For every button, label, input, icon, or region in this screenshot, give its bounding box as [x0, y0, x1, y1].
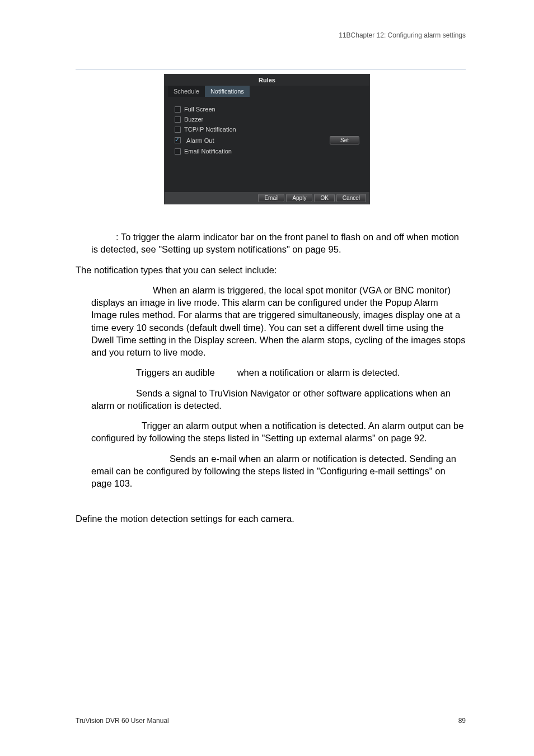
checkbox-icon: [175, 127, 181, 133]
checkbox-icon: [175, 116, 181, 123]
option-tcpip-notification[interactable]: TCP/IP Notification: [175, 126, 359, 133]
option-label: Email Notification: [184, 148, 232, 155]
checkbox-icon: [175, 106, 181, 113]
option-buzzer[interactable]: Buzzer: [175, 116, 359, 123]
option-email-notification[interactable]: Email Notification: [175, 148, 359, 155]
dialog-button-bar: Email Apply OK Cancel: [165, 192, 369, 204]
paragraph: when a notification or alarm is detected…: [237, 367, 400, 377]
page-header: 11BChapter 12: Configuring alarm setting…: [339, 31, 466, 39]
tab-schedule[interactable]: Schedule: [168, 86, 205, 97]
option-label: Alarm Out: [186, 137, 214, 144]
option-label: Full Screen: [184, 106, 216, 113]
paragraph: Sends an e-mail when an alarm or notific…: [91, 454, 456, 489]
footer-title: TruVision DVR 60 User Manual: [76, 717, 169, 725]
cancel-button[interactable]: Cancel: [336, 194, 366, 202]
option-full-screen[interactable]: Full Screen: [175, 106, 359, 113]
dialog-title: Rules: [165, 74, 369, 86]
paragraph: Trigger an alarm output when a notificat…: [91, 421, 463, 443]
note-text: : To trigger the alarm indicator bar on …: [91, 232, 459, 254]
checkbox-icon: [175, 148, 181, 155]
dialog-tabs: Schedule Notifications: [165, 86, 369, 97]
paragraph: When an alarm is triggered, the local sp…: [91, 285, 466, 357]
paragraph: The notification types that you can sele…: [76, 264, 466, 276]
option-label: Buzzer: [184, 116, 203, 123]
set-button[interactable]: Set: [330, 136, 359, 144]
tab-notifications[interactable]: Notifications: [205, 86, 250, 97]
page-number: 89: [458, 717, 466, 725]
rules-dialog: Rules Schedule Notifications Full Screen…: [164, 74, 370, 204]
apply-button[interactable]: Apply: [286, 194, 312, 202]
paragraph: Triggers an audible: [136, 367, 215, 377]
body-text: XXXX: To trigger the alarm indicator bar…: [76, 231, 466, 533]
email-button[interactable]: Email: [258, 194, 284, 202]
option-label: TCP/IP Notification: [184, 126, 236, 133]
paragraph: Define the motion detection settings for…: [76, 512, 466, 525]
checkbox-checked-icon: [175, 137, 181, 143]
divider: [76, 69, 466, 70]
ok-button[interactable]: OK: [314, 194, 334, 202]
paragraph: Sends a signal to TruVision Navigator or…: [91, 388, 451, 410]
option-alarm-out[interactable]: Alarm Out Set: [175, 136, 359, 144]
